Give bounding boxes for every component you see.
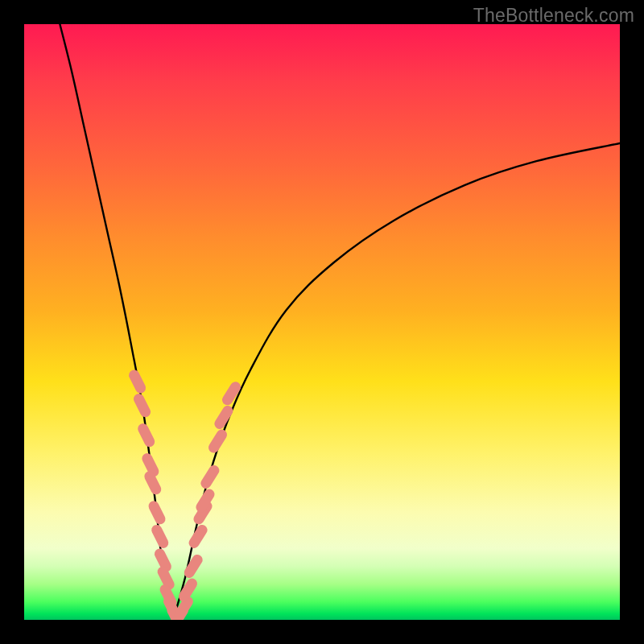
data-marker (159, 554, 166, 567)
data-marker (228, 387, 236, 400)
data-marker (220, 411, 228, 423)
data-marker (134, 375, 141, 388)
data-marker (189, 559, 197, 572)
chart-svg (24, 24, 620, 620)
curve-right_branch (173, 143, 620, 620)
plot-area (24, 24, 620, 620)
curve-layer (60, 24, 620, 620)
data-marker (194, 530, 202, 543)
marker-layer (134, 375, 236, 620)
data-marker (206, 470, 214, 483)
watermark-text: TheBottleneck.com (473, 5, 634, 27)
data-marker (154, 506, 160, 519)
data-marker (143, 429, 150, 442)
data-marker (163, 572, 169, 584)
data-marker (184, 584, 192, 597)
data-marker (157, 530, 163, 543)
chart-frame: TheBottleneck.com (0, 0, 644, 644)
data-marker (214, 435, 222, 448)
data-marker (180, 601, 188, 614)
data-marker (201, 494, 209, 507)
data-marker (147, 459, 154, 472)
data-marker (139, 399, 146, 412)
data-marker (150, 477, 156, 489)
